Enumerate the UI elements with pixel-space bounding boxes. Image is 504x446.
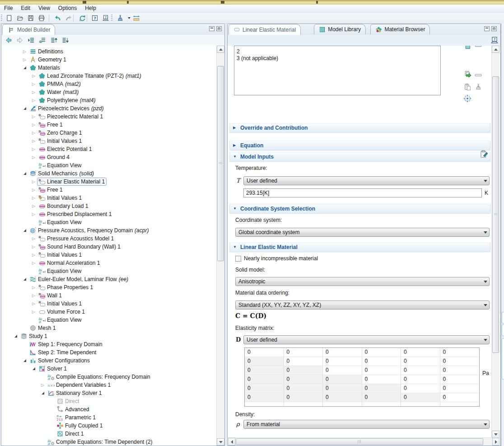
scroll-up-button[interactable] xyxy=(492,46,499,53)
matrix-cell[interactable]: 0 xyxy=(362,375,401,384)
tree-expanded-arrow-icon[interactable] xyxy=(21,276,28,282)
collapse-all-icon[interactable] xyxy=(27,36,36,44)
print-icon[interactable] xyxy=(37,14,46,22)
tree-item-ground-4[interactable]: ▷Ground 4 xyxy=(1,153,217,161)
elasticity-source-dropdown[interactable]: User defined xyxy=(243,335,490,344)
tree-item-free-1[interactable]: ▷DFree 1 xyxy=(1,186,217,194)
tree-item-normal-acceleration-1[interactable]: ▷Normal Acceleration 1 xyxy=(1,259,217,267)
tree-collapsed-arrow-icon[interactable]: ▷ xyxy=(30,113,37,120)
tree-expanded-arrow-icon[interactable] xyxy=(30,366,37,372)
tree-item-stationary-solver-1[interactable]: Stationary Solver 1 xyxy=(1,389,217,397)
matrix-cell[interactable]: 0 xyxy=(362,348,401,357)
scroll-left-button[interactable] xyxy=(228,438,235,446)
matrix-cell[interactable]: 0 xyxy=(440,366,480,375)
matrix-cell[interactable]: 0 xyxy=(245,366,284,375)
matrix-cell[interactable]: 0 xyxy=(323,393,362,402)
tree-collapsed-arrow-icon[interactable]: ▷ xyxy=(30,122,37,128)
remove-icon[interactable] xyxy=(474,71,482,79)
tree-item-water[interactable]: ▷Water(mat3) xyxy=(1,88,217,96)
tree-collapsed-arrow-icon[interactable]: ▷ xyxy=(30,203,37,209)
matrix-cell[interactable]: 0 xyxy=(401,366,440,375)
tree-item-advanced[interactable]: Advanced xyxy=(1,405,217,413)
nearly-incompressible-checkbox[interactable] xyxy=(235,256,241,262)
matrix-cell[interactable]: 0 xyxy=(323,366,362,375)
tree-collapsed-arrow-icon[interactable]: ▷ xyxy=(30,187,37,193)
tree-item-solid-mechanics[interactable]: *Solid Mechanics(solid) xyxy=(1,169,217,178)
tree-expanded-arrow-icon[interactable] xyxy=(21,227,28,234)
tree-item-wall-1[interactable]: ▷DWall 1 xyxy=(1,291,217,300)
tree-expanded-arrow-icon[interactable] xyxy=(12,333,19,339)
redo-icon[interactable] xyxy=(64,14,73,22)
selection-list-item[interactable]: 2 xyxy=(234,48,440,55)
material-data-ordering-dropdown[interactable]: Standard (XX, YY, ZZ, XY, YZ, XZ) xyxy=(235,300,490,310)
measure-icon[interactable] xyxy=(132,14,141,22)
tree-item-pressure-acoustics-frequency-domain[interactable]: *Pressure Acoustics, Frequency Domain(ac… xyxy=(1,226,217,235)
tree-item-solver-configurations[interactable]: Solver Configurations xyxy=(1,357,217,365)
section-equation[interactable]: ▶ Equation xyxy=(229,141,490,150)
density-source-dropdown[interactable]: From material xyxy=(243,420,490,429)
move-down-icon[interactable] xyxy=(61,36,70,44)
tree-item-step-1-frequency-domain[interactable]: Step 1: Frequency Domain xyxy=(1,340,217,348)
matrix-cell[interactable]: 0 xyxy=(401,393,440,402)
tree-expanded-arrow-icon[interactable] xyxy=(21,170,28,177)
matrix-cell[interactable] xyxy=(245,402,284,406)
tab-model-builder[interactable]: Model Builder xyxy=(2,24,55,35)
selection-list-item[interactable]: 3 (not applicable) xyxy=(234,55,440,62)
help-icon[interactable]: ? xyxy=(90,14,99,22)
tree-item-equation-view[interactable]: ∂u∂t=fEquation View xyxy=(1,218,217,226)
tree-collapsed-arrow-icon[interactable]: ▷ xyxy=(30,292,37,299)
matrix-cell[interactable]: 0 xyxy=(440,393,480,402)
matrix-cell[interactable]: 0 xyxy=(284,393,323,402)
paste-icon[interactable] xyxy=(463,83,471,91)
matrix-cell[interactable]: 0 xyxy=(440,348,480,357)
tree-item-parametric-1[interactable]: Pᵢ=213Parametric 1 xyxy=(1,413,217,422)
tree-item-equation-view[interactable]: ∂u∂t=fEquation View xyxy=(1,316,217,324)
tree-item-lead-zirconate-titanate-pzt-2[interactable]: ▷Lead Zirconate Titanate (PZT-2)(mat1) xyxy=(1,72,217,80)
back-icon[interactable] xyxy=(4,36,13,44)
tree-scrollbar[interactable] xyxy=(216,46,224,446)
tree-item-mesh-1[interactable]: Mesh 1 xyxy=(1,324,217,332)
tree-item-initial-values-1[interactable]: ▷DInitial Values 1 xyxy=(1,251,217,259)
menu-edit[interactable]: Edit xyxy=(17,5,34,12)
undo-icon[interactable] xyxy=(53,14,62,22)
tree-expanded-arrow-icon[interactable] xyxy=(21,357,28,364)
tab-material-browser[interactable]: Material Browser xyxy=(370,24,430,34)
tree-item-initial-values-1[interactable]: ▷DInitial Values 1 xyxy=(1,137,217,145)
scroll-up-button[interactable] xyxy=(217,46,224,53)
list-action-partial[interactable] xyxy=(475,46,482,48)
matrix-cell[interactable]: 0 xyxy=(323,348,362,357)
save-icon[interactable] xyxy=(26,14,35,22)
matrix-cell[interactable]: 0 xyxy=(440,357,480,366)
menu-view[interactable]: View xyxy=(34,5,54,12)
matrix-cell[interactable]: 0 xyxy=(245,348,284,357)
matrix-cell[interactable]: 0 xyxy=(284,357,323,366)
tree-item-study-1[interactable]: Study 1 xyxy=(1,332,217,340)
menu-options[interactable]: Options xyxy=(54,5,81,12)
scroll-down-button[interactable] xyxy=(492,431,499,438)
matrix-cell[interactable] xyxy=(284,402,323,406)
solid-model-dropdown[interactable]: Anisotropic xyxy=(235,277,490,286)
tree-item-sound-hard-boundary-wall-1[interactable]: ▷DSound Hard Boundary (Wall) 1 xyxy=(1,243,217,251)
tree-item-equation-view[interactable]: ∂u∂t=fEquation View xyxy=(1,161,217,169)
open-file-icon[interactable] xyxy=(15,14,24,22)
forward-icon[interactable] xyxy=(15,36,24,44)
tree-item-dependent-variables-1[interactable]: ▷u,v,wDependent Variables 1 xyxy=(1,381,217,389)
tree-item-initial-values-1[interactable]: ▷DInitial Values 1 xyxy=(1,300,217,308)
matrix-cell[interactable]: 0 xyxy=(440,384,480,393)
matrix-cell[interactable]: 0 xyxy=(362,384,401,393)
tree-item-boundary-load-1[interactable]: ▷Boundary Load 1 xyxy=(1,202,217,210)
matrix-cell[interactable]: 0 xyxy=(362,393,401,402)
menu-file[interactable]: File xyxy=(0,5,17,12)
tree-item-definitions[interactable]: ▷Definitions xyxy=(1,47,217,56)
tree-collapsed-arrow-icon[interactable]: ▷ xyxy=(30,195,37,201)
tree-item-step-2-time-dependent[interactable]: Step 2: Time Dependent xyxy=(1,348,217,357)
temperature-source-dropdown[interactable]: User defined xyxy=(243,176,490,185)
tree-item-prescribed-displacement-1[interactable]: ▷Prescribed Displacement 1 xyxy=(1,210,217,218)
matrix-cell[interactable]: 0 xyxy=(401,357,440,366)
settings-hscrollbar[interactable] xyxy=(228,437,499,446)
tree-expanded-arrow-icon[interactable] xyxy=(21,105,28,112)
tree-item-piezoelectric-devices[interactable]: *Piezoelectric Devices(pzd) xyxy=(1,104,217,113)
matrix-cell[interactable]: 0 xyxy=(401,384,440,393)
tree-item-fully-coupled-1[interactable]: Fully Coupled 1 xyxy=(1,422,217,430)
matrix-cell[interactable] xyxy=(440,402,480,406)
